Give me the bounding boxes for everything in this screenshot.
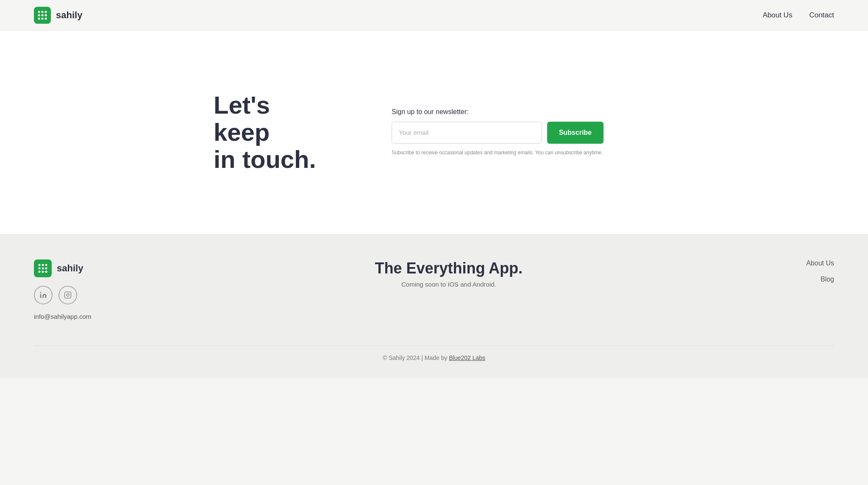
svg-point-0	[38, 11, 40, 13]
svg-point-10	[42, 264, 44, 266]
svg-point-11	[45, 264, 47, 266]
site-header: sahily About Us Contact	[0, 0, 868, 31]
newsletter-label: Sign up to our newsletter:	[392, 108, 604, 116]
svg-point-9	[39, 264, 41, 266]
newsletter-disclaimer: Subscribe to receive occasional updates …	[392, 149, 604, 156]
footer-center: The Everything App. Coming soon to IOS a…	[375, 259, 523, 288]
svg-point-12	[39, 268, 41, 270]
logo-icon	[34, 7, 51, 24]
footer-logo-area: sahily	[34, 259, 91, 277]
footer-tagline: The Everything App.	[375, 259, 523, 277]
svg-point-14	[45, 268, 47, 270]
nav-about[interactable]: About Us	[762, 11, 792, 20]
svg-point-4	[42, 14, 44, 16]
svg-point-2	[45, 11, 47, 13]
svg-point-6	[38, 17, 40, 20]
svg-point-1	[42, 11, 44, 13]
svg-point-13	[42, 268, 44, 270]
svg-point-19	[40, 292, 42, 293]
subscribe-button[interactable]: Subscribe	[547, 122, 604, 144]
svg-point-8	[45, 17, 47, 20]
input-row: Subscribe	[392, 122, 604, 144]
linkedin-icon[interactable]	[34, 286, 53, 304]
blue202-link[interactable]: Blue202 Labs	[449, 354, 485, 361]
footer-top: sahily info@sah	[34, 259, 834, 320]
svg-rect-20	[65, 292, 71, 298]
footer-logo-text: sahily	[57, 263, 83, 274]
logo-link[interactable]: sahily	[34, 7, 82, 24]
svg-point-7	[42, 17, 44, 20]
footer-nav-about[interactable]: About Us	[806, 259, 834, 267]
main-content: Let's keep in touch. Sign up to our news…	[0, 31, 868, 234]
newsletter-form-area: Sign up to our newsletter: Subscribe Sub…	[392, 108, 604, 156]
newsletter-heading: Let's keep in touch.	[214, 92, 332, 173]
footer-social	[34, 286, 91, 304]
svg-point-15	[39, 271, 41, 273]
svg-point-16	[42, 271, 44, 273]
nav-contact[interactable]: Contact	[809, 11, 834, 20]
svg-rect-18	[40, 294, 42, 298]
footer-bottom: © Sahily 2024 | Made by Blue202 Labs	[34, 346, 834, 361]
site-footer: sahily info@sah	[0, 234, 868, 378]
footer-copyright: © Sahily 2024 | Made by Blue202 Labs	[34, 354, 834, 361]
footer-email: info@sahilyapp.com	[34, 313, 91, 320]
svg-point-17	[45, 271, 47, 273]
footer-nav-blog[interactable]: Blog	[821, 276, 834, 283]
newsletter-section: Let's keep in touch. Sign up to our news…	[180, 58, 688, 206]
footer-nav: About Us Blog	[806, 259, 834, 283]
email-input[interactable]	[392, 122, 542, 144]
logo-text: sahily	[56, 10, 82, 21]
main-nav: About Us Contact	[762, 11, 834, 20]
footer-subtext: Coming soon to IOS and Android.	[401, 281, 496, 288]
footer-logo-icon	[34, 259, 52, 277]
instagram-icon[interactable]	[58, 286, 77, 304]
svg-point-3	[38, 14, 40, 16]
footer-brand: sahily info@sah	[34, 259, 91, 320]
svg-point-5	[45, 14, 47, 16]
